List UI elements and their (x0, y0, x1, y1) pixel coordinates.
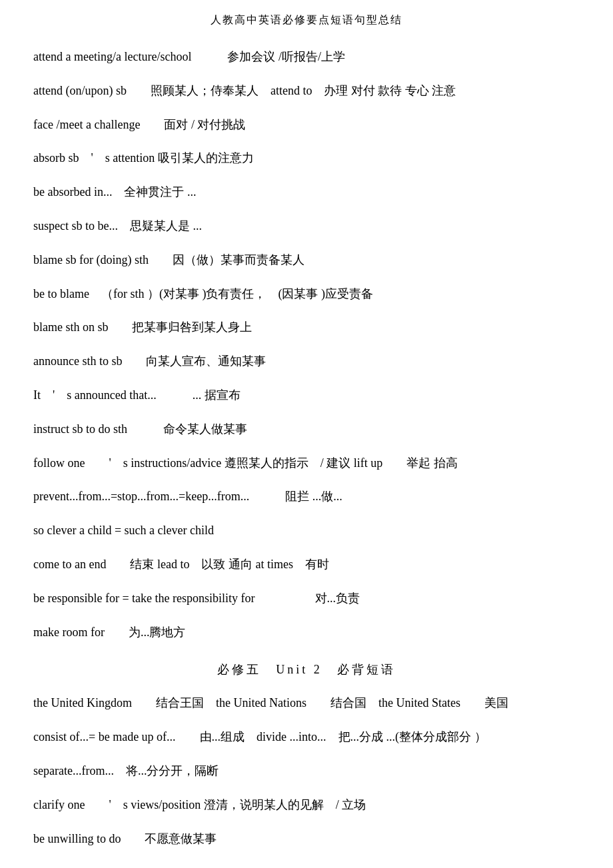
phrase2-line-4: clarify one ' s views/position 澄清，说明某人的见… (33, 795, 580, 815)
phrase-line-3: face /meet a challenge 面对 / 对付挑战 (33, 115, 580, 135)
phrase-line-17: be responsible for = take the responsibi… (33, 589, 580, 608)
phrase-line-4: absorb sb ' s attention 吸引某人的注意力 (33, 149, 580, 168)
phrase2-line-1: the United Kingdom 结合王国 the United Natio… (33, 693, 580, 713)
phrase2-line-2: consist of...= be made up of... 由...组成 d… (33, 727, 580, 747)
phrase-line-15: so clever a child = such a clever child (33, 521, 580, 540)
phrases-section-1: attend a meeting/a lecture/school 参加会议 /… (33, 47, 580, 642)
phrase-line-11: It ' s announced that... ... 据宣布 (33, 386, 580, 405)
phrase-line-9: blame sth on sb 把某事归咎到某人身上 (33, 318, 580, 337)
section-header: 必修五 Unit 2 必背短语 (33, 661, 580, 677)
phrases-section-2: the United Kingdom 结合王国 the United Natio… (33, 693, 580, 848)
phrase-line-2: attend (on/upon) sb 照顾某人；侍奉某人 attend to … (33, 81, 580, 101)
phrase-line-18: make room for 为...腾地方 (33, 623, 580, 642)
phrase-line-5: be absorbed in... 全神贯注于 ... (33, 183, 580, 202)
phrase-line-10: announce sth to sb 向某人宣布、通知某事 (33, 352, 580, 371)
page-title: 人教高中英语必修要点短语句型总结 (33, 13, 580, 27)
phrase2-line-3: separate...from... 将...分分开，隔断 (33, 761, 580, 781)
phrase-line-6: suspect sb to be... 思疑某人是 ... (33, 217, 580, 236)
phrase-line-13: follow one ' s instructions/advice 遵照某人的… (33, 454, 580, 473)
phrase2-line-5: be unwilling to do 不愿意做某事 (33, 829, 580, 849)
phrase-line-14: prevent...from...=stop...from...=keep...… (33, 487, 580, 506)
phrase-line-8: be to blame （for sth ）(对某事 )负有责任， (因某事 )… (33, 284, 580, 304)
phrase-line-7: blame sb for (doing) sth 因（做）某事而责备某人 (33, 250, 580, 270)
phrase-line-16: come to an end 结束 lead to 以致 通向 at times… (33, 555, 580, 574)
phrase-line-12: instruct sb to do sth 命令某人做某事 (33, 420, 580, 439)
phrase-line-1: attend a meeting/a lecture/school 参加会议 /… (33, 47, 580, 67)
